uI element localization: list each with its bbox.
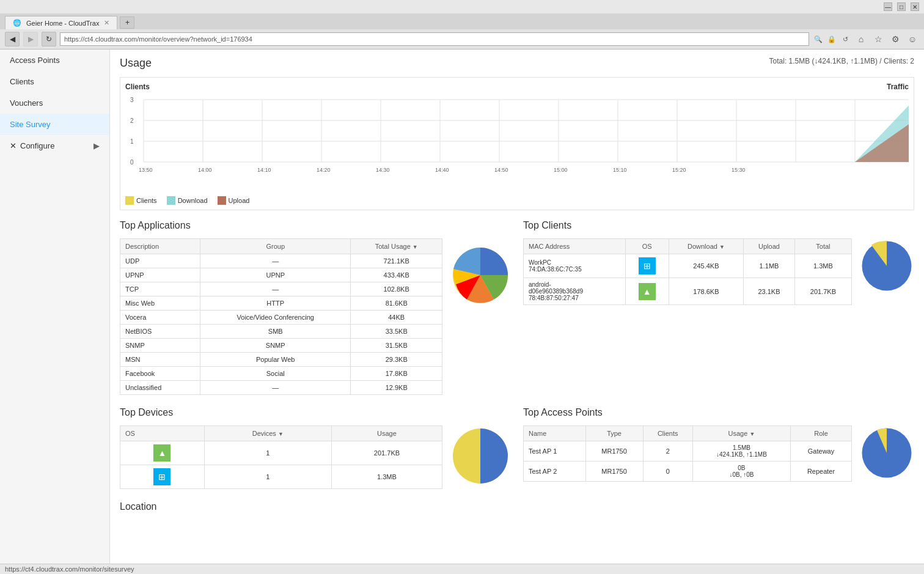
device-os: ⊞ [120, 465, 205, 489]
refresh-button[interactable]: ↻ [42, 32, 56, 46]
home-icon[interactable]: ⌂ [854, 32, 868, 46]
chart-traffic-label: Traffic [887, 83, 909, 91]
close-button[interactable]: ✕ [911, 2, 919, 11]
url-input[interactable]: https://ct4.cloudtrax.com/monitor/overvi… [60, 32, 809, 46]
title-bar: — □ ✕ [0, 0, 924, 13]
minimize-button[interactable]: — [884, 2, 892, 11]
top-devices-table: OS Devices ▼ Usage ▲ 1 201.7KB ⊞ 1 1.3MB [120, 425, 442, 489]
client-total: 201.7KB [794, 278, 851, 305]
svg-text:14:10: 14:10 [257, 167, 271, 173]
col-os-devices: OS [120, 426, 205, 441]
configure-arrow-icon: ▶ [94, 141, 100, 150]
sidebar-label-configure: Configure [20, 141, 54, 150]
chart-svg: .grid-line{stroke:#e0e0e0;stroke-width:1… [125, 94, 909, 179]
col-ap-type: Type [585, 426, 643, 441]
toolbar-icons: ⌂ ☆ ⚙ ☺ [854, 32, 919, 46]
table-row: TCP — 102.8KB [120, 282, 442, 296]
col-download[interactable]: Download ▼ [669, 239, 744, 254]
col-ap-clients: Clients [643, 426, 692, 441]
gear-icon[interactable]: ⚙ [889, 32, 902, 46]
table-row: NetBIOS SMB 33.5KB [120, 325, 442, 339]
col-total-usage[interactable]: Total Usage ▼ [351, 239, 442, 254]
top-clients-section: Top Clients MAC Address OS Download ▼ Up… [523, 220, 914, 395]
browser-chrome: — □ ✕ 🌐 Geier Home - CloudTrax ✕ + ◀ ▶ ↻… [0, 0, 924, 50]
url-text: https://ct4.cloudtrax.com/monitor/overvi… [64, 35, 252, 43]
app-usage: 12.9KB [351, 381, 442, 395]
top-clients-title: Top Clients [523, 220, 914, 231]
svg-text:2: 2 [130, 117, 134, 124]
search-icon[interactable]: 🔍 [813, 34, 824, 45]
sidebar-item-access-points[interactable]: Access Points [0, 50, 109, 71]
new-tab-button[interactable]: + [120, 17, 134, 29]
star-icon[interactable]: ☆ [871, 32, 885, 46]
ap-usage: 0B↓0B, ↑0B [692, 462, 790, 482]
sidebar-label-vouchers: Vouchers [10, 98, 43, 108]
restore-button[interactable]: □ [897, 2, 906, 11]
browser-tab[interactable]: 🌐 Geier Home - CloudTrax ✕ [5, 16, 117, 29]
legend-clients-label: Clients [136, 197, 157, 204]
devices-pie-chart [450, 425, 511, 488]
android-icon: ▲ [639, 283, 656, 300]
legend-download-label: Download [178, 197, 208, 204]
tab-close-button[interactable]: ✕ [104, 19, 109, 27]
sidebar-label-site-survey: Site Survey [10, 120, 50, 129]
sidebar-label-clients: Clients [10, 77, 34, 86]
sidebar-item-vouchers[interactable]: Vouchers [0, 92, 109, 114]
svg-text:14:00: 14:00 [198, 167, 212, 173]
app-group: HTTP [200, 296, 351, 311]
tab-bar: 🌐 Geier Home - CloudTrax ✕ + [0, 13, 924, 29]
ap-name: Test AP 1 [524, 441, 586, 462]
app-description: NetBIOS [120, 325, 200, 339]
app-usage: 721.1KB [351, 254, 442, 268]
chart-header: Clients Traffic [125, 83, 909, 91]
svg-text:15:30: 15:30 [732, 167, 746, 173]
svg-text:15:00: 15:00 [554, 167, 568, 173]
legend-download: Download [167, 196, 208, 205]
top-access-points-section: Top Access Points Name Type Clients Usag… [523, 407, 914, 489]
ap-name: Test AP 2 [524, 462, 586, 482]
table-row: ⊞ 1 1.3MB [120, 465, 442, 489]
client-upload: 23.1KB [744, 278, 795, 305]
app-usage: 17.8KB [351, 367, 442, 381]
ap-clients: 2 [643, 441, 692, 462]
col-ap-usage[interactable]: Usage ▼ [692, 426, 790, 441]
lock-icon: 🔒 [826, 34, 837, 45]
svg-text:14:40: 14:40 [435, 167, 449, 173]
device-count: 1 [204, 465, 331, 489]
forward-button[interactable]: ▶ [23, 32, 38, 46]
app-usage: 31.5KB [351, 339, 442, 353]
client-mac: android-d06e960389b368d978:4B:87:50:27:4… [524, 278, 626, 305]
top-access-points-title: Top Access Points [523, 407, 914, 418]
sidebar-item-site-survey[interactable]: Site Survey [0, 114, 109, 135]
app-usage: 33.5KB [351, 325, 442, 339]
svg-text:3: 3 [130, 97, 134, 103]
col-devices[interactable]: Devices ▼ [204, 426, 331, 441]
reload-icon[interactable]: ↺ [840, 34, 851, 45]
table-row: SNMP SNMP 31.5KB [120, 339, 442, 353]
app-group: Voice/Video Conferencing [200, 311, 351, 325]
app-description: UDP [120, 254, 200, 268]
sidebar-label-access-points: Access Points [10, 56, 60, 65]
legend-upload-label: Upload [229, 197, 250, 204]
windows-icon: ⊞ [153, 468, 170, 485]
sidebar-item-configure[interactable]: ✕ Configure ▶ [0, 135, 109, 156]
col-ap-role: Role [791, 426, 852, 441]
col-mac: MAC Address [524, 239, 626, 254]
page-title: Usage [120, 57, 152, 70]
ap-type: MR1750 [585, 462, 643, 482]
user-icon[interactable]: ☺ [906, 32, 919, 46]
table-row: MSN Popular Web 29.3KB [120, 353, 442, 367]
address-bar: ◀ ▶ ↻ https://ct4.cloudtrax.com/monitor/… [0, 29, 924, 49]
total-info: Total: 1.5MB (↓424.1KB, ↑1.1MB) / Client… [769, 57, 914, 65]
app-group: — [200, 254, 351, 268]
app-usage: 102.8KB [351, 282, 442, 296]
app-description: TCP [120, 282, 200, 296]
chart-clients-label: Clients [125, 83, 150, 91]
app-description: MSN [120, 353, 200, 367]
android-icon: ▲ [153, 444, 170, 462]
apps-pie-chart [450, 238, 511, 314]
client-os: ⊞ [625, 254, 669, 278]
back-button[interactable]: ◀ [5, 32, 20, 46]
table-row: Vocera Voice/Video Conferencing 44KB [120, 311, 442, 325]
sidebar-item-clients[interactable]: Clients [0, 71, 109, 92]
